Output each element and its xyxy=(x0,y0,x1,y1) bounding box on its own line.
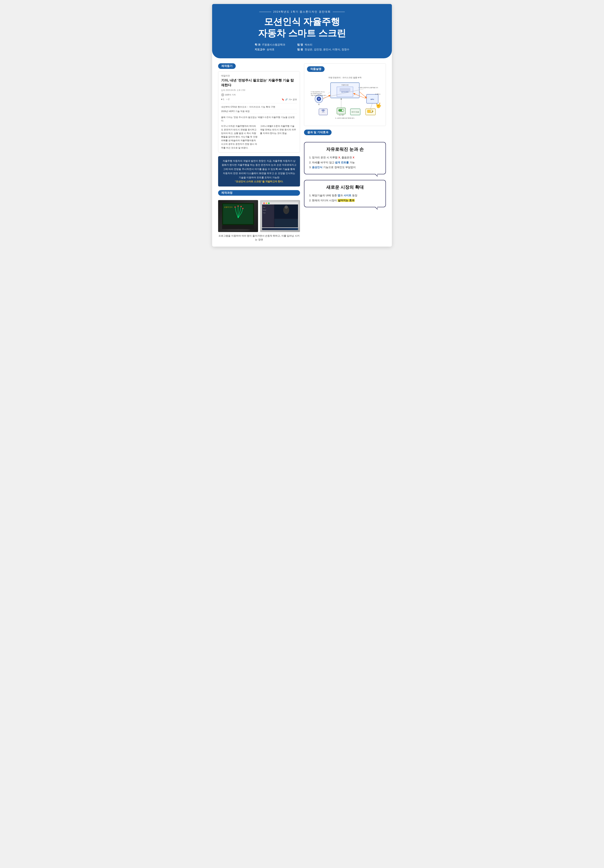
news-article: 데일리안 기아, 내년 '전방주시 필요없는' 자율주행 기술 탑재한다 입력 … xyxy=(218,71,300,153)
left-column: 제작동기 데일리안 기아, 내년 '전방주시 필요없는' 자율주행 기술 탑재한… xyxy=(218,63,300,242)
production-section: 제작과정 xyxy=(218,190,300,242)
svg-text:자랑에 내장: 자랑에 내장 xyxy=(342,84,349,86)
poster-title: 모션인식 자율주행 자동차 스마트 스크린 xyxy=(220,16,384,39)
advisor-value: 송재호 xyxy=(267,48,275,51)
right-column: 작품설명 차량 전방유리 : 라이스크린 필름 부착 자랑에 내장 팀 프로젝터 xyxy=(304,63,386,242)
department-value: IT응용시스템공학과 xyxy=(262,43,285,46)
production-image-2: Files Model Train xyxy=(260,200,300,232)
production-section-label: 제작과정 xyxy=(218,190,300,196)
svg-line-47 xyxy=(359,91,366,98)
news-body: 더구나 아직은 자율주행차라 하더라도 운전자가 반드시 전방을 응시하고 있어… xyxy=(221,124,297,150)
svg-text:Model: Model xyxy=(263,209,266,211)
news-sidebar-item2: 2026년 HDP2 기술 적용 예정 xyxy=(221,109,297,114)
svg-rect-23 xyxy=(262,205,274,228)
results-section: 결과 및 기대효과 자유로워진 눈과 손 1. 장거리 운전 시 지루함 X, … xyxy=(304,130,386,207)
header-left-info: 학 과 IT응용시스템공학과 지도교수 송재호 xyxy=(255,43,285,51)
item2-control: 쉽게 컨트롤 xyxy=(335,161,349,164)
diagram-title: 차량 전방유리 : 라이스크린 필름 부착 xyxy=(309,76,381,79)
header-section: 2024학년도 1학기 캡스톤디자인 경진대회 모션인식 자율주행 자동차 스마… xyxy=(212,4,392,58)
svg-text:Files: Files xyxy=(263,207,266,208)
item1-cross2: X xyxy=(352,156,354,159)
svg-text:손동작 인식: 손동작 인식 xyxy=(224,206,233,208)
news-author-name: 편론자 기자 xyxy=(225,93,236,96)
item1-site: 사이트 xyxy=(343,194,351,197)
competition-subtitle: 2024학년도 1학기 캡스톤디자인 경진대회 xyxy=(220,10,384,14)
svg-point-13 xyxy=(242,208,244,209)
team-members-row: 팀 원 전성은, 김민정, 윤민서, 이현식, 정창수 xyxy=(297,48,349,51)
motivation-highlight: "모션인식 스마트 스크린"을 개발하고자 한다. xyxy=(235,180,283,183)
motivation-box: 자율주행 자동차의 개발과 발전이 한창인 지금, 자율주행 자동차가 상용화가… xyxy=(218,156,300,186)
svg-rect-62 xyxy=(373,111,373,112)
bubble1-item2: 2. 자세를 바꾸지 않고 쉽게 컨트롤 가능 xyxy=(309,160,381,165)
news-sidebar: 내년부터 OTA로 핸즈오프→ 아이즈오프 기능 확대 구현 2026년 HDP… xyxy=(221,103,297,114)
svg-point-12 xyxy=(241,206,242,207)
department-row: 학 과 IT응용시스템공학과 xyxy=(255,43,285,46)
department-label: 학 과 xyxy=(255,43,261,46)
product-description-section: 작품설명 차량 전방유리 : 라이스크린 필름 부착 자랑에 내장 팀 프로젝터 xyxy=(304,63,386,126)
svg-text:차량 전방유리에 화면을 쏜다.: 차량 전방유리에 화면을 쏜다. xyxy=(311,95,326,96)
reaction1: ♥ 1 xyxy=(221,98,224,101)
svg-point-10 xyxy=(234,206,236,208)
bubble2-title: 새로운 시장의 확대 xyxy=(309,184,381,190)
news-reactions: ♥ 1 ○ 2 🔖 🔗 가+ 공유 xyxy=(221,98,297,101)
svg-point-20 xyxy=(263,203,265,204)
svg-rect-15 xyxy=(222,225,254,229)
news-date: 입력 2023.04.05. 오후 2:50 xyxy=(221,89,297,91)
reaction-icons: 🔖 🔗 가+ 공유 xyxy=(282,98,297,101)
svg-point-16 xyxy=(226,229,250,231)
main-content: 제작동기 데일리안 기아, 내년 '전방주시 필요없는' 자율주행 기술 탑재한… xyxy=(212,58,392,246)
svg-text:화이어 등골: 화이어 등골 xyxy=(351,111,359,113)
header-right-info: 팀 명 싹쓰리 팀 원 전성은, 김민정, 윤민서, 이현식, 정창수 xyxy=(297,43,349,51)
news-outlet: 데일리안 xyxy=(221,74,297,77)
production-images: 손동작 인식 xyxy=(218,200,300,232)
motivation-section: 제작동기 데일리안 기아, 내년 '전방주시 필요없는' 자율주행 기술 탑재한… xyxy=(218,63,300,153)
results-section-label: 결과 및 기대효과 xyxy=(304,130,332,135)
news-body-left: 더구나 아직은 자율주행차라 하더라도 운전자가 반드시 전방을 응시하고 있어… xyxy=(221,124,258,150)
reaction2: ○ 2 xyxy=(226,98,230,101)
bubble2-item1: 1. 해당기술의 UI에 맞춘 앱과 사이트 등장 xyxy=(309,193,381,198)
system-diagram-svg: 자랑에 내장 팀 프로젝터 캠 1 xyxy=(309,81,381,121)
svg-point-22 xyxy=(268,203,270,204)
svg-point-52 xyxy=(342,109,344,111)
news-author: 편론자 기자 xyxy=(221,93,297,96)
advisor-label: 지도교수 xyxy=(255,48,265,51)
svg-rect-25 xyxy=(275,219,298,228)
motivation-section-label: 제작동기 xyxy=(218,63,236,69)
news-side-note: 올해 기아는 '전방 주시조차 필요없는' 레벨3 수준의 자율주행 기능을 선… xyxy=(221,116,297,122)
team-name-value: 싹쓰리 xyxy=(304,43,312,46)
svg-text:팀 프로젝터 렌즈에서: 팀 프로젝터 렌즈에서 xyxy=(311,93,322,94)
results-bubble-2: 새로운 시장의 확대 1. 해당기술의 UI에 맞춘 앱과 사이트 등장 2. … xyxy=(304,180,386,207)
results-bubble-1: 자유로워진 눈과 손 1. 장거리 운전 시 지루함 X, 졸음운전 X 2. … xyxy=(304,142,386,174)
item3-voice: 음성인식 xyxy=(312,166,322,169)
svg-rect-35 xyxy=(340,88,350,91)
svg-point-27 xyxy=(285,205,288,209)
svg-text:1. 캠이 운전자의 손동작을 인식: 1. 캠이 운전자의 손동작을 인식 xyxy=(359,87,378,88)
svg-rect-61 xyxy=(368,110,371,113)
production-caption: 프로그램을 이용하여 여러 명이 돌아가면서 손동작 취하고, 이를 딥러닝 시… xyxy=(218,234,300,242)
svg-line-67 xyxy=(328,91,331,93)
svg-point-39 xyxy=(318,98,319,99)
advisor-row: 지도교수 송재호 xyxy=(255,48,285,51)
bubble1-title: 자유로워진 눈과 손 xyxy=(309,146,381,152)
svg-text:On / Off: On / Off xyxy=(339,115,343,116)
news-body-right: 그러나 레벨4 수준의 자율주행 기술 개발 전에는 반드시 전방 응시의 의무… xyxy=(260,124,297,150)
svg-text:🤟: 🤟 xyxy=(376,102,381,108)
item1-cross1: X xyxy=(338,156,340,159)
team-name-row: 팀 명 싹쓰리 xyxy=(297,43,349,46)
item1-app: 앱 xyxy=(338,194,340,197)
svg-text:GPU: GPU xyxy=(371,98,374,100)
bubble2-item2: 2. 현재의 미디어 시장이 넓어지는 효과 xyxy=(309,198,381,203)
header-info: 학 과 IT응용시스템공학과 지도교수 송재호 팀 명 싹쓰리 팀 원 전성은, xyxy=(220,43,384,51)
svg-text:캠: 캠 xyxy=(318,104,320,105)
title-line1: 모션인식 자율주행 xyxy=(220,16,384,28)
title-line2: 자동차 스마트 스크린 xyxy=(220,28,384,39)
competition-label: 2024학년도 1학기 캡스톤디자인 경진대회 xyxy=(273,10,331,14)
team-name-label: 팀 명 xyxy=(297,43,303,46)
news-headline: 기아, 내년 '전방주시 필요없는' 자율주행 기술 탑재한다 xyxy=(221,78,297,88)
svg-point-21 xyxy=(266,203,267,204)
motivation-body-text: 자율주행 자동차의 개발과 발전이 한창인 지금, 자율주행 자동차가 상용화가… xyxy=(222,160,297,179)
bubble1-item1: 1. 장거리 운전 시 지루함 X, 졸음운전 X xyxy=(309,155,381,160)
svg-text:Train: Train xyxy=(263,212,266,214)
svg-text:2. GPU가 손동작을 딥러닝: 2. GPU가 손동작을 딥러닝 xyxy=(375,93,381,95)
production-image-1: 손동작 인식 xyxy=(218,200,258,232)
